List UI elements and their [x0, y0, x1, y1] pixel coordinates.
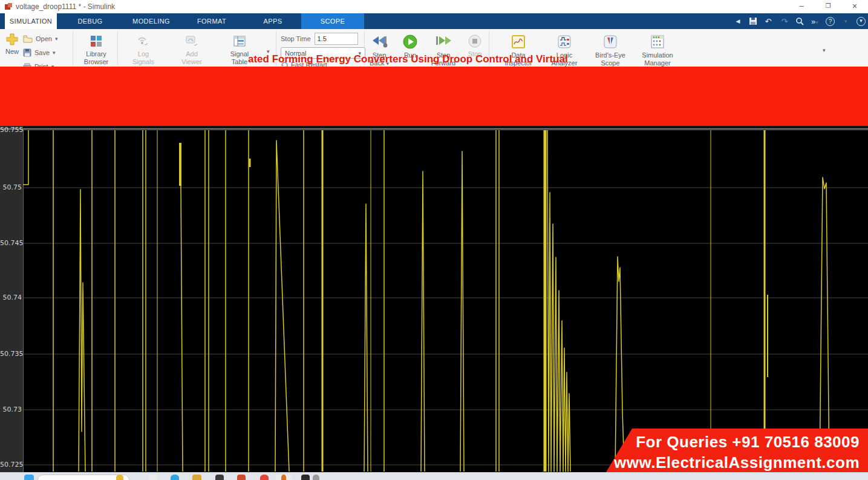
- open-caret-icon[interactable]: ▾: [55, 36, 58, 42]
- qat-expand-left-icon[interactable]: ◀: [733, 18, 743, 24]
- scope-plot-area: 50.75550.7550.74550.7450.73550.7350.725: [0, 125, 868, 472]
- ribbon-tab-bar: SIMULATION DEBUG MODELING FORMAT APPS SC…: [0, 13, 868, 29]
- tab-format[interactable]: FORMAT: [191, 13, 232, 29]
- scope-y-tick-label: 50.725: [0, 461, 22, 468]
- scope-canvas[interactable]: [0, 125, 868, 472]
- scope-signal-trace: [615, 257, 624, 472]
- scope-y-tick-label: 50.75: [0, 183, 22, 191]
- restore-button[interactable]: ❐: [815, 0, 841, 13]
- scope-signal-trace: [79, 189, 85, 472]
- save-button[interactable]: Save ▾: [23, 47, 57, 59]
- quick-access-toolbar: ◀ ↶ ↷ »▾ ? ▾ ▼: [733, 13, 866, 29]
- scope-signal-trace: [460, 151, 464, 472]
- tab-debug[interactable]: DEBUG: [71, 13, 109, 29]
- save-icon[interactable]: [749, 17, 757, 25]
- windows-taskbar[interactable]: [0, 472, 868, 480]
- save-floppy-icon: [23, 48, 31, 57]
- add-viewer-button[interactable]: Add Viewer: [173, 34, 210, 66]
- tab-apps[interactable]: APPS: [256, 13, 289, 29]
- scope-signal-trace: [364, 204, 368, 472]
- taskbar-file-explorer[interactable]: [192, 475, 201, 480]
- scope-signal-trace: [547, 130, 570, 472]
- minimize-button[interactable]: –: [788, 0, 815, 13]
- scope-signal-trace: [275, 140, 289, 472]
- toolstrip-collapse-caret-icon[interactable]: ▾: [823, 47, 826, 53]
- log-signals-button[interactable]: Log Signals: [125, 34, 162, 66]
- simulation-manager-button[interactable]: Simulation Manager: [636, 34, 679, 67]
- minimize-ribbon-icon[interactable]: ▼: [857, 17, 866, 26]
- taskbar-pinned-document[interactable]: [149, 475, 157, 480]
- toolbar-separator: [73, 31, 73, 65]
- scope-y-tick-label: 50.735: [0, 350, 22, 358]
- close-button[interactable]: ×: [841, 0, 868, 13]
- taskbar-start-button[interactable]: [24, 475, 34, 480]
- help-icon[interactable]: ?: [826, 17, 835, 26]
- logic-analyzer-icon: [556, 34, 572, 50]
- step-forward-icon: [434, 34, 452, 50]
- run-icon: [402, 34, 418, 50]
- scope-y-tick-label: 50.73: [0, 406, 22, 413]
- tab-simulation[interactable]: SIMULATION: [5, 13, 57, 29]
- redo-icon[interactable]: ↷: [779, 17, 790, 26]
- step-back-icon: [370, 34, 388, 50]
- scope-y-tick-label: 50.745: [0, 239, 22, 247]
- video-title-overlay-text: ated Forming Energy Converters Using Dro…: [248, 53, 640, 65]
- scope-signal-trace: [820, 177, 829, 472]
- queries-website-text: www.ElectricalAssignment.com: [604, 453, 860, 472]
- help-caret-icon[interactable]: ▾: [840, 18, 851, 24]
- stop-icon: [468, 34, 482, 48]
- signal-table-icon: [232, 34, 247, 48]
- queries-banner: For Queries +91 70516 83009 www.Electric…: [604, 429, 868, 472]
- new-button[interactable]: New: [2, 33, 22, 56]
- scope-signal-trace: [181, 186, 183, 472]
- simulation-manager-icon: [650, 34, 665, 50]
- simulink-app-icon: [4, 2, 13, 11]
- taskbar-powerpoint[interactable]: [237, 475, 246, 480]
- open-folder-icon: [23, 35, 33, 43]
- add-viewer-icon: [184, 34, 200, 48]
- save-caret-icon[interactable]: ▾: [53, 50, 56, 56]
- taskbar-flame-glyph[interactable]: [281, 475, 286, 480]
- title-bar: voltage_droop1111 * - Simulink – ❐ ×: [0, 0, 868, 13]
- stop-time-label: Stop Time: [281, 35, 311, 42]
- scope-signal-trace: [23, 130, 28, 185]
- taskbar-person-circle[interactable]: [313, 475, 319, 480]
- library-browser-button[interactable]: Library Browser: [77, 34, 115, 66]
- taskbar-dark-glyph-app[interactable]: [301, 475, 310, 480]
- library-browser-icon: [89, 34, 103, 48]
- toolbar-separator: [117, 31, 118, 65]
- queries-phone-text: For Queries +91 70516 83009: [604, 433, 860, 452]
- stop-time-input[interactable]: [315, 33, 358, 45]
- tab-modeling[interactable]: MODELING: [123, 13, 179, 29]
- scope-y-tick-label: 50.755: [0, 126, 22, 134]
- stop-time-row: Stop Time: [281, 33, 363, 45]
- taskbar-red-round-app[interactable]: [260, 475, 269, 480]
- more-actions-icon[interactable]: »▾: [809, 17, 820, 26]
- taskbar-edge-browser[interactable]: [171, 475, 179, 480]
- tab-scope[interactable]: SCOPE: [301, 13, 364, 29]
- window-title: voltage_droop1111 * - Simulink: [16, 2, 115, 11]
- scope-signal-trace: [421, 171, 425, 472]
- scope-y-tick-label: 50.74: [0, 294, 22, 301]
- new-icon: [5, 33, 19, 46]
- undo-icon[interactable]: ↶: [763, 17, 774, 26]
- log-signals-icon: [135, 34, 151, 48]
- data-inspector-icon: [511, 34, 526, 50]
- search-icon[interactable]: [795, 17, 804, 25]
- taskbar-search-accent-icon[interactable]: [116, 475, 123, 480]
- open-button[interactable]: Open ▾: [23, 33, 57, 45]
- red-overlay-banner: [0, 67, 868, 126]
- taskbar-dark-app[interactable]: [215, 475, 224, 480]
- birds-eye-scope-icon: [602, 34, 618, 50]
